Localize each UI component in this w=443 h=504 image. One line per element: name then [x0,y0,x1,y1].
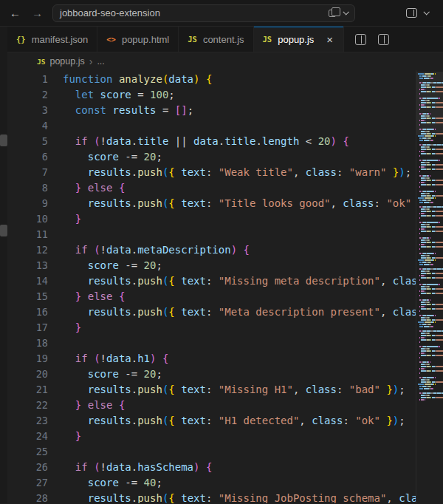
code-editor[interactable]: 1function analyze(data) {2 let score = 1… [7,70,443,503]
chevron-right-icon: › [89,56,93,67]
code-line: 5 if (!data.title || data.title.length <… [7,134,443,149]
code-line: 1function analyze(data) { [7,72,443,87]
line-number: 17 [7,320,48,336]
tab-label: content.js [203,34,244,45]
split-editor-icon[interactable] [355,34,366,45]
main-area: {}manifest.json<>popup.htmlJScontent.jsJ… [0,27,443,503]
code-line: 25 [7,444,443,460]
line-number: 9 [7,196,48,211]
code-line: 19 if (!data.h1) { [7,351,443,367]
line-number: 18 [7,336,48,351]
line-number: 19 [7,351,48,367]
line-number: 6 [7,149,48,165]
code-line: 21 results.push({ text: "Missing H1", cl… [7,382,443,398]
code-line: 2 let score = 100; [7,87,443,103]
editor-actions [348,27,396,52]
layout-controls [406,8,443,18]
file-type-icon: <> [106,35,116,44]
command-center[interactable]: jobboard-seo-extension [52,4,355,22]
code-line: 8 } else { [7,180,443,196]
tab-bar: {}manifest.json<>popup.htmlJScontent.jsJ… [7,27,443,52]
forward-button[interactable]: → [32,7,43,18]
code-line: 10 } [7,211,443,227]
file-type-icon: JS [263,35,272,44]
window-title: jobboard-seo-extension [60,7,160,18]
customize-layout-icon[interactable] [406,8,417,18]
code-line: 14 results.push({ text: "Missing meta de… [7,273,443,289]
chevron-down-icon[interactable] [343,9,348,15]
code-line: 9 results.push({ text: "Title looks good… [7,196,443,211]
tab-popup-html[interactable]: <>popup.html [97,27,179,52]
breadcrumb[interactable]: JS popup.js › ... [7,52,443,70]
more-actions-icon[interactable] [378,34,389,45]
chevron-down-icon[interactable] [423,9,429,15]
code-line: 18 [7,336,443,351]
code-line: 22 } else { [7,398,443,413]
js-file-icon: JS [37,58,45,66]
line-number: 13 [7,258,48,273]
minimap-content [416,73,443,401]
line-number: 2 [7,87,48,103]
nav-history: ← → [0,7,52,18]
code-line: 23 results.push({ text: "H1 detected", c… [7,413,443,429]
code-line: 27 score -= 40; [7,475,443,491]
minimap[interactable] [416,70,443,503]
activity-bar-sliver-mark [0,225,7,236]
tab-strip: {}manifest.json<>popup.htmlJScontent.jsJ… [7,27,344,52]
back-button[interactable]: ← [10,7,21,18]
code-line: 24 } [7,429,443,444]
file-type-icon: {} [16,35,26,44]
code-line: 11 [7,227,443,242]
line-number: 21 [7,382,48,398]
code-line: 6 score -= 20; [7,149,443,165]
title-bar: ← → jobboard-seo-extension [0,0,443,27]
tab-label: manifest.json [32,34,89,45]
line-number: 20 [7,367,48,382]
code-line: 4 [7,118,443,134]
code-line: 28 results.push({ text: "Missing JobPost… [7,491,443,503]
line-number: 12 [7,242,48,258]
tab-manifest-json[interactable]: {}manifest.json [7,27,97,52]
code-lines: 1function analyze(data) {2 let score = 1… [7,72,443,503]
line-number: 5 [7,134,48,149]
line-number: 26 [7,460,48,475]
line-number: 23 [7,413,48,429]
line-number: 22 [7,398,48,413]
line-number: 3 [7,103,48,118]
code-line: 3 const results = []; [7,103,443,118]
line-number: 27 [7,475,48,491]
line-number: 24 [7,429,48,444]
line-number: 4 [7,118,48,134]
editor-group: {}manifest.json<>popup.htmlJScontent.jsJ… [7,27,443,503]
breadcrumb-symbol-more[interactable]: ... [97,56,104,67]
code-line: 26 if (!data.hasSchema) { [7,460,443,475]
code-line: 7 results.push({ text: "Weak title", cla… [7,165,443,180]
tab-content-js[interactable]: JScontent.js [179,27,253,52]
code-line: 15 } else { [7,289,443,304]
code-line: 12 if (!data.metaDescription) { [7,242,443,258]
activity-bar-sliver [0,27,7,503]
line-number: 28 [7,491,48,503]
code-line: 17 } [7,320,443,336]
line-number: 14 [7,273,48,289]
activity-bar-sliver-mark [0,134,7,146]
line-number: 1 [7,72,48,87]
tab-label: popup.html [122,34,169,45]
code-line: 20 score -= 20; [7,367,443,382]
line-number: 10 [7,211,48,227]
line-number: 11 [7,227,48,242]
new-window-icon[interactable] [329,10,336,17]
code-line: 13 score -= 20; [7,258,443,273]
breadcrumb-file[interactable]: popup.js [49,56,84,67]
line-number: 15 [7,289,48,304]
file-type-icon: JS [188,35,197,44]
command-center-actions [329,10,348,17]
close-icon[interactable]: × [325,34,334,45]
tab-label: popup.js [278,34,314,45]
line-number: 8 [7,180,48,196]
tab-popup-js[interactable]: JSpopup.js× [254,27,345,52]
code-line: 16 results.push({ text: "Meta descriptio… [7,304,443,320]
line-number: 25 [7,444,48,460]
line-number: 16 [7,304,48,320]
line-number: 7 [7,165,48,180]
